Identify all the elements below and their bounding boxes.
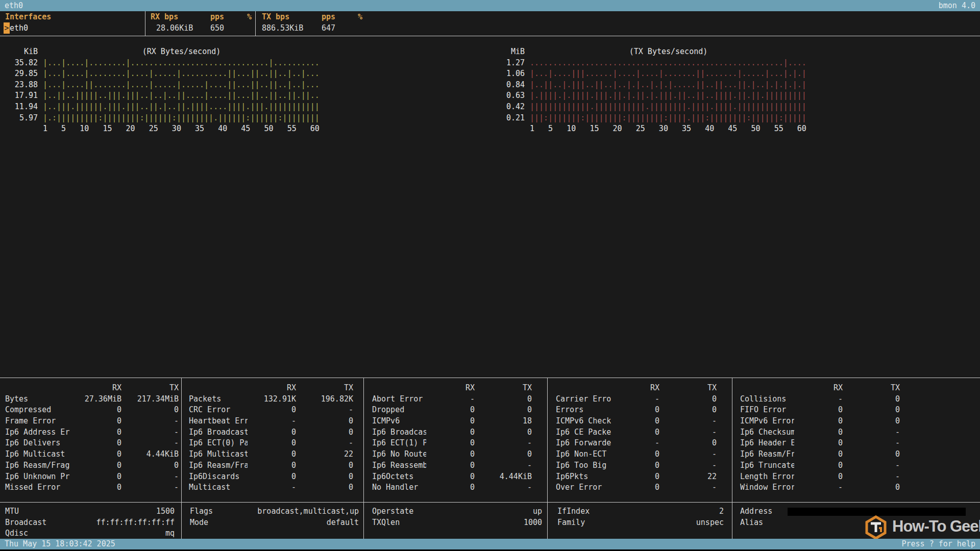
stats-rx-value: - xyxy=(248,416,296,427)
howtogeek-logo-text: How-To Geek xyxy=(892,517,980,536)
stats-col-rx: RX xyxy=(73,383,121,394)
stats-tx-value: 0 xyxy=(475,394,532,405)
stats-label: Ip6 ECT(0) Pac xyxy=(189,438,248,449)
stats-rx-value: 0 xyxy=(248,405,296,416)
graph-bars: |..|||.||||||.|||.|||..||.|..||.||||....… xyxy=(43,101,320,112)
info-row: MTU1500 xyxy=(5,506,175,517)
info-row: Familyunspec xyxy=(557,517,724,529)
stats-rx-value: 0 xyxy=(611,460,659,471)
stats-tx-value: - xyxy=(121,471,179,483)
stats-label: Ip6 CE Packets xyxy=(556,427,611,438)
stats-group: RXTXCollisions-0FIFO Error00ICMPv6 Error… xyxy=(732,383,980,493)
graph-bars: |...|....|........|.....................… xyxy=(43,57,320,68)
stats-tx-value: - xyxy=(659,416,717,427)
graph-y-tick: 17.91 xyxy=(0,90,38,101)
stats-row: Ip6 Reassembly0- xyxy=(372,460,532,471)
info-group: Flagsbroadcast,multicast,upModedefault xyxy=(181,506,363,528)
stats-label: Frame Error xyxy=(5,416,73,427)
stats-label: Collisions xyxy=(740,394,794,405)
stats-tx-value: 0 xyxy=(659,405,717,416)
stats-tx-value: 0 xyxy=(843,394,900,405)
stats-tx-value: 0 xyxy=(659,394,717,405)
stats-col-tx: TX xyxy=(475,383,532,394)
graph-y-tick: 0.42 xyxy=(487,101,525,112)
status-help-hint: Press ? for help xyxy=(902,539,976,549)
stats-row: Ip6 Multicast022 xyxy=(189,449,353,460)
stats-label: Bytes xyxy=(5,394,73,405)
stats-row: Ip6 Address Er0- xyxy=(5,427,179,438)
info-label: IfIndex xyxy=(557,506,590,517)
info-label: Qdisc xyxy=(5,528,28,539)
stats-row: Ip6 Broadcast00 xyxy=(189,427,353,438)
graph-y-tick: 1.27 xyxy=(487,57,525,68)
stats-tx-value: 0 xyxy=(121,460,179,471)
stats-tx-value: 0 xyxy=(843,416,900,427)
stats-tx-value: 196.82K xyxy=(296,394,353,405)
info-label: Alias xyxy=(740,517,763,529)
stats-label: Missed Error xyxy=(5,482,73,493)
stats-rx-value: 0 xyxy=(248,438,296,449)
stats-tx-value: - xyxy=(121,427,179,438)
stats-tx-value: 0 xyxy=(475,405,532,416)
stats-header-row: RXTX xyxy=(372,383,532,394)
stats-col-rx: RX xyxy=(611,383,659,394)
stats-rx-value: 0 xyxy=(426,460,475,471)
stats-row: Ip6 Reasm/Frag00 xyxy=(740,449,900,460)
stats-col-tx: TX xyxy=(296,383,353,394)
app-version: bmon 4.0 xyxy=(939,0,975,11)
stats-row: ICMPv6 Checksu0- xyxy=(556,416,717,427)
stats-rx-value: - xyxy=(426,394,475,405)
info-value: mq xyxy=(165,528,175,539)
stats-row: Window Error-0 xyxy=(740,482,900,493)
stats-rx-value: 0 xyxy=(611,471,659,483)
stats-rx-value: 0 xyxy=(73,438,121,449)
stats-label: Compressed xyxy=(5,405,73,416)
stats-rx-value: 132.91K xyxy=(248,394,296,405)
stats-group: RXTXPackets132.91K196.82KCRC Error0-Hear… xyxy=(181,383,363,493)
stats-row: ICMPv6018 xyxy=(372,416,532,427)
graph-y-tick: 5.97 xyxy=(0,112,38,123)
howtogeek-watermark: How-To Geek xyxy=(864,515,976,539)
stats-tx-value: - xyxy=(659,482,717,493)
info-row: Operstateup xyxy=(372,506,542,517)
stats-rx-value: 0 xyxy=(248,427,296,438)
stats-label: Ip6 Reasm/Frag xyxy=(189,460,248,471)
stats-label: FIFO Error xyxy=(740,405,794,416)
stats-row: Ip6 Reasm/Frag00 xyxy=(5,460,179,471)
stats-tx-value: - xyxy=(659,427,717,438)
stats-rx-value: - xyxy=(794,482,843,493)
stats-col-tx: TX xyxy=(843,383,900,394)
info-group: IfIndex2Familyunspec xyxy=(547,506,732,528)
stats-tx-value: - xyxy=(659,449,717,460)
stats-row: Ip6 Checksum E0- xyxy=(740,427,900,438)
stats-label: Ip6 Multicast xyxy=(5,449,73,460)
stats-rx-value: 0 xyxy=(426,438,475,449)
stats-tx-value: 0 xyxy=(843,405,900,416)
stats-tx-value: 0 xyxy=(121,405,179,416)
stats-label: Ip6 Delivers xyxy=(5,438,73,449)
stats-tx-value: - xyxy=(659,460,717,471)
stats-header-row: RXTX xyxy=(556,383,717,394)
stats-row: Abort Error-0 xyxy=(372,394,532,405)
graph-y-tick: 29.85 xyxy=(0,68,38,79)
info-row: Broadcastff:ff:ff:ff:ff:ff xyxy=(5,517,175,529)
stats-row: No Handler0- xyxy=(372,482,532,493)
stats-label: Ip6 Address Er xyxy=(5,427,73,438)
stats-label: Ip6 Broadcast xyxy=(372,427,426,438)
stats-rx-value: 0 xyxy=(426,427,475,438)
stats-row: Ip6Discards00 xyxy=(189,471,353,483)
stats-rx-value: 0 xyxy=(73,449,121,460)
stats-tx-value: 217.34MiB xyxy=(121,394,179,405)
stats-row: Over Error0- xyxy=(556,482,717,493)
stats-row: Errors00 xyxy=(556,405,717,416)
graph-bars: |.:|||||||||:||||||||:||||||:||||||||.||… xyxy=(43,112,320,123)
graph-bars: |...|....|||......|....|....|.......||..… xyxy=(530,68,806,79)
stats-tx-value: 0 xyxy=(296,416,353,427)
window-title: eth0 xyxy=(5,0,23,11)
graph-x-ticks: 1 5 10 15 20 25 30 35 40 45 50 55 60 xyxy=(530,123,806,134)
stats-rx-value: 0 xyxy=(73,471,121,483)
graph-bars: |..||..|||||..|||.|||..|..|..||....|....… xyxy=(43,90,320,101)
stats-row: ICMPv6 Errors00 xyxy=(740,416,900,427)
stats-label: Ip6 Too Big Er xyxy=(556,460,611,471)
graph-y-tick: 23.88 xyxy=(0,79,38,90)
